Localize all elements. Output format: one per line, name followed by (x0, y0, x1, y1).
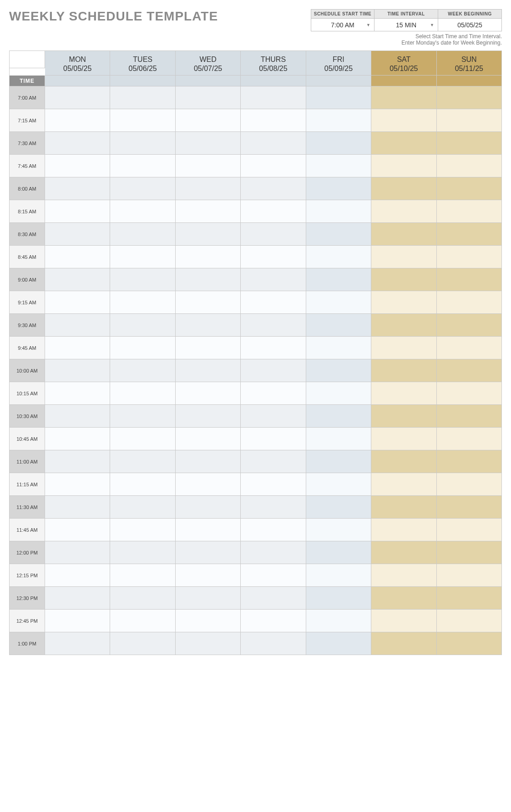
schedule-cell[interactable] (371, 632, 436, 655)
schedule-cell[interactable] (437, 496, 502, 519)
schedule-cell[interactable] (241, 405, 306, 428)
schedule-cell[interactable] (371, 337, 436, 359)
schedule-cell[interactable] (371, 200, 436, 223)
schedule-cell[interactable] (110, 382, 175, 405)
schedule-cell[interactable] (241, 496, 306, 519)
schedule-cell[interactable] (437, 109, 502, 132)
schedule-cell[interactable] (110, 610, 175, 632)
schedule-cell[interactable] (371, 155, 436, 177)
schedule-cell[interactable] (371, 359, 436, 382)
schedule-cell[interactable] (306, 177, 371, 200)
schedule-cell[interactable] (176, 200, 241, 223)
schedule-cell[interactable] (371, 519, 436, 541)
schedule-cell[interactable] (45, 382, 110, 405)
schedule-cell[interactable] (371, 473, 436, 496)
schedule-cell[interactable] (371, 564, 436, 587)
schedule-cell[interactable] (110, 450, 175, 473)
schedule-cell[interactable] (45, 496, 110, 519)
schedule-cell[interactable] (437, 541, 502, 564)
schedule-cell[interactable] (110, 155, 175, 177)
schedule-cell[interactable] (241, 337, 306, 359)
schedule-cell[interactable] (45, 541, 110, 564)
schedule-cell[interactable] (45, 337, 110, 359)
schedule-cell[interactable] (306, 632, 371, 655)
schedule-cell[interactable] (306, 473, 371, 496)
schedule-cell[interactable] (45, 519, 110, 541)
schedule-cell[interactable] (176, 428, 241, 450)
schedule-cell[interactable] (437, 132, 502, 155)
schedule-cell[interactable] (110, 632, 175, 655)
schedule-cell[interactable] (306, 359, 371, 382)
schedule-cell[interactable] (437, 564, 502, 587)
schedule-cell[interactable] (306, 587, 371, 610)
schedule-cell[interactable] (371, 177, 436, 200)
schedule-cell[interactable] (371, 450, 436, 473)
schedule-cell[interactable] (241, 223, 306, 246)
schedule-cell[interactable] (306, 246, 371, 268)
schedule-cell[interactable] (241, 86, 306, 109)
schedule-cell[interactable] (110, 587, 175, 610)
schedule-cell[interactable] (437, 382, 502, 405)
schedule-cell[interactable] (437, 428, 502, 450)
schedule-cell[interactable] (45, 632, 110, 655)
schedule-cell[interactable] (110, 314, 175, 337)
schedule-cell[interactable] (45, 291, 110, 314)
week-beginning-input[interactable]: 05/05/25 (438, 19, 502, 31)
schedule-cell[interactable] (437, 632, 502, 655)
schedule-cell[interactable] (176, 496, 241, 519)
schedule-cell[interactable] (306, 86, 371, 109)
schedule-cell[interactable] (306, 155, 371, 177)
schedule-cell[interactable] (45, 587, 110, 610)
schedule-cell[interactable] (110, 496, 175, 519)
schedule-cell[interactable] (371, 496, 436, 519)
schedule-cell[interactable] (437, 246, 502, 268)
schedule-cell[interactable] (110, 428, 175, 450)
schedule-cell[interactable] (176, 223, 241, 246)
schedule-cell[interactable] (176, 177, 241, 200)
schedule-cell[interactable] (110, 564, 175, 587)
schedule-cell[interactable] (306, 450, 371, 473)
schedule-cell[interactable] (241, 428, 306, 450)
schedule-cell[interactable] (241, 177, 306, 200)
schedule-cell[interactable] (241, 359, 306, 382)
schedule-cell[interactable] (45, 200, 110, 223)
schedule-cell[interactable] (437, 314, 502, 337)
schedule-cell[interactable] (241, 246, 306, 268)
schedule-cell[interactable] (306, 564, 371, 587)
schedule-cell[interactable] (176, 109, 241, 132)
schedule-cell[interactable] (110, 223, 175, 246)
schedule-cell[interactable] (437, 450, 502, 473)
time-interval-select[interactable]: 15 MIN ▼ (374, 19, 438, 31)
schedule-cell[interactable] (110, 109, 175, 132)
schedule-cell[interactable] (437, 86, 502, 109)
schedule-cell[interactable] (241, 473, 306, 496)
schedule-cell[interactable] (176, 587, 241, 610)
schedule-cell[interactable] (110, 405, 175, 428)
schedule-cell[interactable] (45, 155, 110, 177)
schedule-cell[interactable] (306, 109, 371, 132)
schedule-cell[interactable] (176, 86, 241, 109)
schedule-cell[interactable] (110, 200, 175, 223)
schedule-cell[interactable] (110, 541, 175, 564)
schedule-cell[interactable] (45, 268, 110, 291)
schedule-cell[interactable] (241, 610, 306, 632)
schedule-cell[interactable] (110, 359, 175, 382)
schedule-cell[interactable] (176, 473, 241, 496)
schedule-cell[interactable] (437, 155, 502, 177)
schedule-cell[interactable] (371, 587, 436, 610)
schedule-cell[interactable] (45, 246, 110, 268)
schedule-cell[interactable] (306, 314, 371, 337)
schedule-cell[interactable] (110, 337, 175, 359)
schedule-cell[interactable] (437, 519, 502, 541)
schedule-cell[interactable] (45, 450, 110, 473)
schedule-cell[interactable] (371, 291, 436, 314)
schedule-cell[interactable] (241, 109, 306, 132)
schedule-cell[interactable] (371, 428, 436, 450)
schedule-cell[interactable] (241, 450, 306, 473)
schedule-cell[interactable] (306, 405, 371, 428)
start-time-select[interactable]: 7:00 AM ▼ (311, 19, 374, 31)
schedule-cell[interactable] (45, 473, 110, 496)
schedule-cell[interactable] (306, 223, 371, 246)
schedule-cell[interactable] (176, 314, 241, 337)
schedule-cell[interactable] (371, 223, 436, 246)
